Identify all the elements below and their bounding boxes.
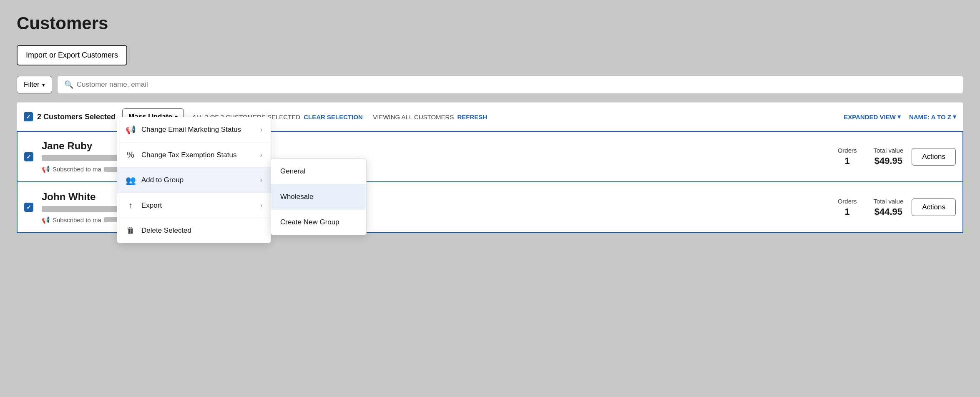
selected-badge: 2 Customers Selected	[24, 112, 116, 121]
sub-item-wholesale[interactable]: Wholesale	[271, 184, 366, 210]
orders-value: 1	[838, 156, 857, 166]
customer-2-email-placeholder	[42, 206, 125, 212]
refresh-link[interactable]: REFRESH	[457, 113, 487, 121]
export-chevron-icon: ›	[260, 202, 262, 209]
total-label: Total value	[874, 147, 904, 154]
tax-exemption-chevron-icon: ›	[260, 151, 262, 159]
dropdown-item-export[interactable]: ↑ Export ›	[117, 193, 271, 218]
email-marketing-label: Change Email Marketing Status	[141, 126, 241, 134]
search-icon: 🔍	[64, 80, 73, 89]
page-container: Customers Import or Export Customers Fil…	[0, 0, 980, 246]
page-title: Customers	[17, 13, 963, 33]
add-to-group-submenu: General Wholesale Create New Group	[271, 158, 367, 235]
megaphone-icon: 📢	[42, 165, 50, 173]
customer-1-stats: Orders 1 Total value $49.95	[838, 147, 904, 166]
dropdown-item-tax-exemption[interactable]: % Change Tax Exemption Status ›	[117, 143, 271, 168]
email-marketing-chevron-icon: ›	[260, 126, 262, 133]
customer-1-orders: Orders 1	[838, 147, 857, 166]
expanded-view-chevron-icon: ▾	[897, 113, 901, 121]
total-label-2: Total value	[874, 198, 904, 205]
create-new-group-label: Create New Group	[280, 218, 339, 226]
total-value-2: $44.95	[874, 206, 904, 217]
tax-exemption-label: Change Tax Exemption Status	[141, 151, 236, 159]
sub-item-create-new-group[interactable]: Create New Group	[271, 210, 366, 235]
add-to-group-label: Add to Group	[141, 176, 183, 184]
group-icon: 👥	[126, 175, 136, 185]
customer-1-checkbox[interactable]	[24, 152, 33, 161]
megaphone-icon: 📢	[42, 216, 50, 224]
export-icon: ↑	[126, 201, 136, 210]
import-export-button[interactable]: Import or Export Customers	[17, 45, 127, 65]
customer-1-total: Total value $49.95	[874, 147, 904, 166]
trash-icon: 🗑	[126, 226, 136, 235]
orders-value-2: 1	[838, 206, 857, 217]
mass-update-dropdown: 📢 Change Email Marketing Status › % Chan…	[117, 117, 271, 243]
filter-button[interactable]: Filter ▾	[17, 76, 52, 93]
percent-icon: %	[126, 150, 136, 160]
dropdown-item-email-marketing[interactable]: 📢 Change Email Marketing Status ›	[117, 117, 271, 143]
megaphone-menu-icon: 📢	[126, 125, 136, 135]
customer-2-checkbox[interactable]	[24, 203, 33, 212]
dropdown-overlay: 📢 Change Email Marketing Status › % Chan…	[117, 117, 367, 243]
customer-2-actions-button[interactable]: Actions	[912, 198, 956, 216]
orders-label: Orders	[838, 147, 857, 154]
filter-label: Filter	[24, 80, 40, 89]
sub-item-general[interactable]: General	[271, 159, 366, 184]
delete-label: Delete Selected	[141, 226, 191, 235]
total-value: $49.95	[874, 156, 904, 166]
selected-count-label: 2 Customers Selected	[37, 113, 116, 121]
customer-1-email-placeholder	[42, 155, 125, 161]
filter-chevron-icon: ▾	[42, 82, 45, 88]
search-box: 🔍	[57, 75, 963, 94]
customer-2-total: Total value $44.95	[874, 198, 904, 217]
customer-2-stats: Orders 1 Total value $44.95	[838, 198, 904, 217]
sort-chevron-icon: ▾	[953, 113, 956, 121]
orders-label-2: Orders	[838, 198, 857, 205]
select-all-checkbox[interactable]	[24, 112, 33, 121]
filter-row: Filter ▾ 🔍	[17, 75, 963, 94]
customer-1-subscribed-text: Subscribed to ma	[53, 166, 101, 173]
dropdown-item-add-to-group[interactable]: 👥 Add to Group ›	[117, 168, 271, 193]
toolbar-right: EXPANDED VIEW ▾ NAME: A TO Z ▾	[844, 113, 956, 121]
wholesale-label: Wholesale	[280, 193, 313, 201]
sort-button[interactable]: NAME: A TO Z ▾	[909, 113, 956, 121]
search-input[interactable]	[77, 80, 956, 89]
customer-2-orders: Orders 1	[838, 198, 857, 217]
general-label: General	[280, 167, 305, 175]
expanded-view-button[interactable]: EXPANDED VIEW ▾	[844, 113, 901, 121]
expanded-view-label: EXPANDED VIEW	[844, 113, 896, 121]
viewing-text: VIEWING ALL CUSTOMERS	[373, 113, 454, 121]
customer-2-subscribed-text: Subscribed to ma	[53, 216, 101, 224]
dropdown-item-delete[interactable]: 🗑 Delete Selected	[117, 218, 271, 243]
customer-1-actions-button[interactable]: Actions	[912, 148, 956, 166]
sort-label: NAME: A TO Z	[909, 113, 951, 121]
export-label: Export	[141, 201, 162, 210]
add-to-group-chevron-icon: ›	[260, 176, 262, 184]
